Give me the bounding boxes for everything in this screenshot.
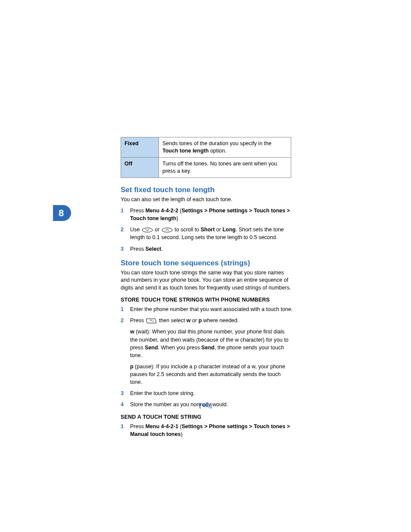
step-item: 1 Press Menu 4-4-2-1 (Settings > Phone s…: [121, 423, 293, 438]
star-key-icon: *+: [146, 318, 157, 324]
step-list: 1 Press Menu 4-4-2-2 (Settings > Phone s…: [121, 207, 293, 253]
step-item: 2 Press *+ then select w or p where need…: [121, 317, 293, 386]
step-item: 2 Use or to scroll to Short or Long. Sho…: [121, 226, 293, 241]
tone-options-table: Fixed Sends tones of the duration you sp…: [121, 137, 291, 178]
step-number: 1: [121, 207, 130, 222]
step-item: 3 Enter the touch tone string.: [121, 389, 293, 397]
step-number: 1: [121, 423, 130, 438]
section-heading: Set fixed touch tone length: [121, 186, 293, 194]
page-content: Fixed Sends tones of the duration you sp…: [121, 137, 293, 442]
table-cell-desc: Sends tones of the duration you specify …: [159, 137, 291, 158]
svg-point-1: [162, 228, 172, 232]
step-item: 3 Press Select.: [121, 245, 293, 253]
step-body: Enter the touch tone string.: [130, 389, 293, 397]
subsection-heading: SEND A TOUCH TONE STRING: [121, 414, 293, 420]
step-number: 2: [121, 226, 130, 241]
step-body: Press Menu 4-4-2-1 (Settings > Phone set…: [130, 423, 293, 438]
scroll-up-key-icon: [162, 227, 173, 233]
svg-point-0: [142, 228, 153, 232]
step-item: 1 Enter the phone number that you want a…: [121, 305, 293, 313]
step-body: Press Menu 4-4-2-2 (Settings > Phone set…: [130, 207, 293, 222]
table-cell-label: Fixed: [121, 137, 159, 158]
table-cell-desc: Turns off the tones. No tones are sent w…: [159, 157, 291, 177]
chapter-tab: 8: [53, 205, 71, 221]
step-number: 3: [121, 245, 130, 253]
section-heading: Store touch tone sequences (strings): [121, 259, 293, 268]
step-body: Use or to scroll to Short or Long. Short…: [130, 226, 293, 241]
step-body: Enter the phone number that you want ass…: [130, 305, 293, 313]
step-list: 1 Press Menu 4-4-2-1 (Settings > Phone s…: [121, 423, 293, 438]
step-number: 2: [121, 317, 130, 386]
step-body: Press *+ then select w or p where needed…: [130, 317, 293, 386]
step-number: 1: [121, 305, 130, 313]
table-row: Off Turns off the tones. No tones are se…: [121, 157, 291, 177]
step-list: 1 Enter the phone number that you want a…: [121, 305, 293, 408]
step-item: 1 Press Menu 4-4-2-2 (Settings > Phone s…: [121, 207, 293, 222]
svg-text:*+: *+: [150, 319, 154, 323]
subsection-heading: STORE TOUCH TONE STRINGS WITH PHONE NUMB…: [121, 297, 293, 303]
step-number: 3: [121, 389, 130, 397]
step-body: Press Select.: [130, 245, 293, 253]
table-cell-label: Off: [121, 157, 159, 177]
table-row: Fixed Sends tones of the duration you sp…: [121, 137, 291, 158]
page-number: [ 66 ]: [0, 402, 411, 408]
section-intro: You can also set the length of each touc…: [121, 196, 293, 204]
section-intro: You can store touch tone strings the sam…: [121, 269, 293, 292]
scroll-down-key-icon: [142, 227, 153, 233]
